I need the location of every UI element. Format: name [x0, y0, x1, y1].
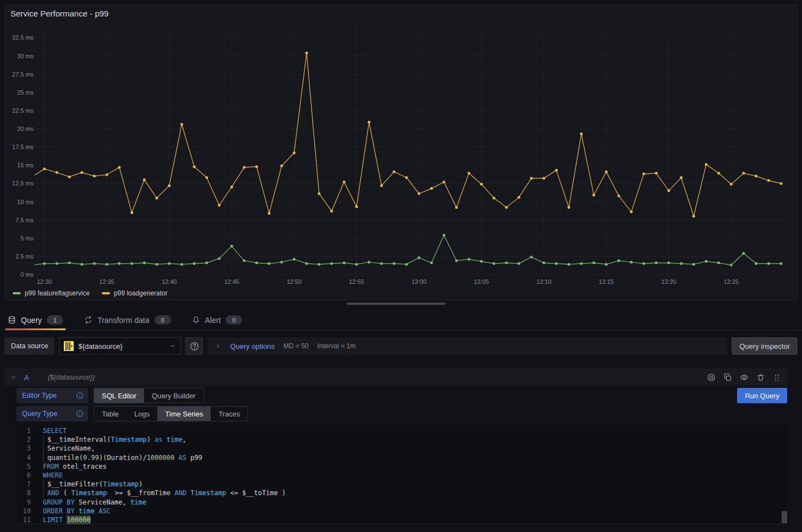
- drag-handle-icon[interactable]: [772, 374, 782, 382]
- code-token: WHERE: [43, 471, 63, 480]
- info-circle-icon[interactable]: [76, 392, 84, 399]
- query-options-label[interactable]: Query options: [230, 342, 274, 350]
- line-number: 9: [17, 498, 31, 507]
- datasource-picker[interactable]: ${datasource}: [59, 337, 181, 355]
- database-icon: [8, 316, 16, 324]
- code-token: $__timeInterval(: [47, 435, 111, 444]
- x-axis-tick: 13:05: [469, 278, 493, 285]
- code-token: 0.99: [83, 453, 99, 462]
- query-datasource-hint: (${datasource}): [48, 374, 95, 381]
- code-token: as: [155, 435, 162, 444]
- y-axis-tick: 0 ms: [5, 271, 34, 278]
- query-options-bar[interactable]: Query options MD = 50 Interval = 1m: [207, 337, 727, 355]
- option-table[interactable]: Table: [94, 407, 127, 421]
- duplicate-query-icon[interactable]: [722, 373, 733, 382]
- code-token: <=: [226, 489, 242, 497]
- tab-query[interactable]: Query1: [6, 310, 65, 330]
- x-axis-tick: 13:25: [719, 278, 743, 285]
- editor-type-group: SQL EditorQuery Builder: [94, 388, 204, 403]
- query-row-header[interactable]: A (${datasource}): [4, 369, 788, 386]
- indent-guide: [43, 444, 47, 453]
- code-token: >=: [107, 489, 127, 497]
- code-token: 100000: [67, 515, 90, 524]
- code-line: 8AND ( Timestamp >= $__fromTime AND Time…: [17, 489, 788, 497]
- x-axis-tick: 13:00: [407, 278, 431, 285]
- tab-transform-data[interactable]: Transform data0: [82, 310, 173, 330]
- y-axis-tick: 20 ms: [5, 125, 34, 132]
- editor-scrollbar-thumb[interactable]: [782, 511, 787, 523]
- tab-alert[interactable]: Alert0: [190, 310, 245, 330]
- chevron-right-icon: [215, 343, 221, 349]
- x-axis-tick: 13:10: [532, 278, 556, 285]
- code-token: ,: [183, 435, 186, 444]
- code-token: ServiceName,: [75, 498, 130, 507]
- editor-type-chip: Editor Type: [17, 388, 88, 403]
- indent-guide: [43, 489, 47, 497]
- line-number: 11: [17, 515, 31, 524]
- tab-count-badge: 0: [155, 315, 171, 325]
- x-axis-tick: 13:15: [594, 278, 618, 285]
- query-toolbar: Data source ${datasource} Query options …: [4, 337, 798, 355]
- y-axis-tick: 10 ms: [5, 199, 34, 205]
- code-token: LIMIT: [43, 515, 63, 524]
- code-token: FROM: [43, 462, 59, 471]
- sql-code-editor[interactable]: 1SELECT2$__timeInterval(Timestamp) as ti…: [17, 424, 788, 524]
- code-token: [95, 507, 98, 515]
- timeseries-chart[interactable]: [5, 5, 797, 300]
- legend-item[interactable]: p99 featureflagservice: [13, 289, 90, 297]
- query-type-group: TableLogsTime SeriesTraces: [94, 406, 248, 421]
- clickhouse-logo-icon: [64, 341, 74, 351]
- code-token: )(Duration)/: [99, 453, 147, 462]
- info-circle-icon[interactable]: [76, 410, 84, 418]
- tab-label: Transform data: [97, 316, 149, 325]
- code-token: quantile(: [47, 453, 83, 462]
- code-token: Timestamp: [111, 435, 147, 444]
- tab-label: Alert: [205, 316, 221, 325]
- panel-scrollbar[interactable]: [347, 303, 446, 305]
- option-sql-editor[interactable]: SQL Editor: [94, 388, 144, 403]
- run-query-button[interactable]: Run Query: [737, 388, 787, 403]
- indent-guide: [43, 480, 47, 489]
- legend-item[interactable]: p99 loadgenerator: [102, 289, 167, 297]
- y-axis-tick: 17.5 ms: [5, 144, 34, 150]
- option-time-series[interactable]: Time Series: [157, 407, 211, 421]
- line-number: 7: [17, 480, 31, 489]
- line-number: 10: [17, 507, 31, 515]
- interval-value: Interval = 1m: [317, 342, 356, 350]
- tab-count-badge: 0: [226, 315, 242, 325]
- y-axis-tick: 7.5 ms: [5, 217, 34, 223]
- query-type-row: Query Type TableLogsTime SeriesTraces: [17, 406, 248, 421]
- code-line: 1SELECT: [17, 426, 788, 435]
- line-number: 6: [17, 471, 31, 480]
- x-axis-tick: 12:50: [282, 278, 306, 285]
- y-axis-tick: 5 ms: [5, 235, 34, 242]
- option-traces[interactable]: Traces: [211, 407, 248, 421]
- option-query-builder[interactable]: Query Builder: [144, 388, 203, 403]
- line-number: 8: [17, 489, 31, 497]
- process-icon: [84, 316, 92, 324]
- code-token: [186, 489, 190, 497]
- code-line: 10ORDER BY time ASC: [17, 507, 788, 515]
- datasource-help-button[interactable]: [185, 337, 203, 355]
- code-token: ASC: [98, 507, 111, 515]
- chart-legend: p99 featureflagservicep99 loadgenerator: [13, 289, 168, 297]
- line-number: 5: [17, 462, 31, 471]
- delete-query-trash-icon[interactable]: [755, 373, 766, 382]
- code-token: GROUP BY: [43, 498, 75, 507]
- option-logs[interactable]: Logs: [127, 407, 157, 421]
- editor-type-label: Editor Type: [22, 392, 57, 399]
- code-line: 5FROM otel_traces: [17, 462, 788, 471]
- legend-series-color: [13, 292, 21, 294]
- code-token: ): [147, 435, 155, 444]
- query-type-label: Query Type: [22, 410, 57, 418]
- query-ref-id[interactable]: A: [24, 374, 29, 382]
- x-axis-tick: 12:30: [32, 278, 57, 285]
- hide-query-eye-icon[interactable]: [739, 373, 750, 382]
- query-inspector-button[interactable]: Query inspector: [732, 337, 798, 355]
- collapse-chevron-icon[interactable]: [10, 374, 17, 381]
- record-icon[interactable]: [706, 373, 717, 382]
- code-line: 3ServiceName,: [17, 444, 788, 453]
- code-token: ): [139, 480, 142, 489]
- datasource-value: ${datasource}: [78, 342, 122, 350]
- legend-series-color: [102, 292, 110, 294]
